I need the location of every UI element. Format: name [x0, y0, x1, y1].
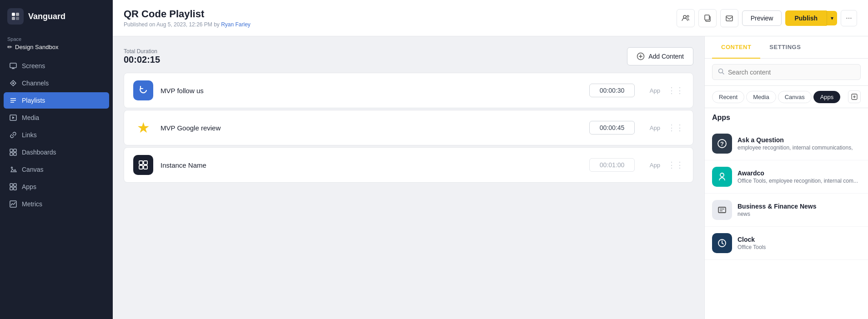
- item-1-duration[interactable]: 00:00:30: [589, 84, 635, 97]
- space-label: Space: [7, 36, 105, 42]
- item-1-name: MVP follow us: [161, 87, 582, 95]
- sidebar-item-dashboards[interactable]: Dashboards: [4, 144, 109, 160]
- svg-rect-1: [16, 13, 19, 16]
- media-label: Media: [22, 114, 39, 121]
- svg-rect-19: [10, 184, 13, 186]
- business-finance-news-tags: news: [738, 211, 861, 217]
- space-name[interactable]: ✏ Design Sandbox: [7, 44, 105, 50]
- add-content-button[interactable]: Add Content: [627, 47, 693, 65]
- item-3-name: Instance Name: [161, 161, 582, 169]
- sidebar-item-links[interactable]: Links: [4, 127, 109, 143]
- item-1-drag-handle[interactable]: ⋮⋮: [667, 85, 684, 95]
- filter-add-button[interactable]: [848, 90, 861, 103]
- app-item-clock[interactable]: Clock Office Tools: [705, 227, 868, 260]
- playlist-items: MVP follow us 00:00:30 App ⋮⋮ ★ MVP Goog…: [124, 73, 693, 184]
- sidebar-item-metrics[interactable]: Metrics: [4, 196, 109, 212]
- total-duration-label: Total Duration: [124, 48, 160, 55]
- space-icon: ✏: [7, 44, 12, 50]
- filter-tab-apps[interactable]: Apps: [813, 91, 841, 103]
- svg-point-24: [683, 15, 686, 18]
- svg-rect-22: [14, 187, 16, 190]
- playlist-item: MVP follow us 00:00:30 App ⋮⋮: [124, 73, 693, 108]
- item-3-duration[interactable]: 00:01:00: [589, 158, 635, 172]
- playlist-area: Total Duration 00:02:15 Add Content: [113, 36, 704, 319]
- app-list: ? Ask a Question employee recognition, i…: [705, 127, 868, 319]
- business-finance-news-name: Business & Finance News: [738, 203, 861, 210]
- clock-icon: [712, 233, 732, 253]
- publish-caret-button[interactable]: ▾: [827, 11, 837, 25]
- preview-button[interactable]: Preview: [742, 10, 782, 26]
- canvas-label: Canvas: [22, 166, 43, 173]
- awardco-name: Awardco: [738, 169, 861, 177]
- search-input[interactable]: [728, 69, 855, 76]
- apps-icon: [9, 183, 17, 191]
- page-title: QR Code Playlist: [124, 8, 251, 20]
- svg-rect-3: [16, 17, 19, 20]
- item-2-icon: ★: [133, 118, 153, 138]
- business-finance-news-icon: [712, 200, 732, 220]
- channels-icon: [9, 79, 17, 87]
- search-section: [705, 59, 868, 86]
- app-item-awardco[interactable]: Awardco Office Tools, employee recogniti…: [705, 160, 868, 194]
- tab-settings[interactable]: SETTINGS: [760, 36, 810, 59]
- tab-content[interactable]: CONTENT: [712, 36, 760, 59]
- item-1-icon: [133, 80, 153, 100]
- item-2-name: MVP Google review: [161, 124, 582, 132]
- sidebar-item-channels[interactable]: Channels: [4, 75, 109, 91]
- svg-rect-0: [12, 13, 15, 16]
- sidebar-item-apps[interactable]: Apps: [4, 179, 109, 195]
- right-panel: CONTENT SETTINGS Recent Media Canvas App…: [704, 36, 868, 319]
- filter-tab-media[interactable]: Media: [746, 91, 776, 103]
- svg-rect-2: [12, 17, 15, 20]
- svg-text:?: ?: [720, 140, 724, 147]
- filter-tabs-left: Recent Media Canvas Apps: [712, 91, 840, 103]
- item-1-type: App: [642, 87, 660, 94]
- svg-rect-27: [705, 15, 709, 20]
- svg-rect-44: [718, 207, 726, 213]
- author-link[interactable]: Ryan Farley: [221, 21, 251, 28]
- links-label: Links: [22, 131, 37, 139]
- copy-button[interactable]: [698, 9, 717, 27]
- clock-info: Clock Office Tools: [738, 236, 861, 250]
- app-item-business-finance-news[interactable]: Business & Finance News news: [705, 194, 868, 227]
- share-button[interactable]: [720, 9, 738, 27]
- awardco-tags: Office Tools, employee recognition, inte…: [738, 178, 861, 184]
- item-3-type: App: [642, 162, 660, 169]
- playlist-item: ★ MVP Google review 00:00:45 App ⋮⋮: [124, 110, 693, 145]
- sidebar-item-playlists[interactable]: Playlists: [4, 92, 109, 109]
- app-item-ask-a-question[interactable]: ? Ask a Question employee recognition, i…: [705, 127, 868, 160]
- svg-rect-35: [144, 165, 147, 169]
- panel-tabs: CONTENT SETTINGS: [705, 36, 868, 59]
- item-2-duration[interactable]: 00:00:45: [589, 121, 635, 135]
- space-section: Space ✏ Design Sandbox: [0, 33, 113, 56]
- playlist-header: Total Duration 00:02:15 Add Content: [124, 47, 693, 65]
- search-icon: [718, 68, 724, 76]
- sidebar-item-media[interactable]: Media: [4, 110, 109, 126]
- item-3-drag-handle[interactable]: ⋮⋮: [667, 160, 684, 170]
- playlists-icon: [9, 96, 17, 105]
- ask-a-question-info: Ask a Question employee recognition, int…: [738, 136, 861, 151]
- filter-tab-canvas[interactable]: Canvas: [778, 91, 812, 103]
- links-icon: [9, 131, 17, 139]
- svg-marker-13: [12, 116, 15, 119]
- more-options-button[interactable]: ···: [841, 10, 857, 26]
- svg-rect-14: [10, 149, 13, 152]
- filter-tab-recent[interactable]: Recent: [712, 91, 744, 103]
- screens-icon: [9, 62, 17, 70]
- sidebar-item-canvas[interactable]: Canvas: [4, 161, 109, 178]
- publish-button[interactable]: Publish: [785, 10, 827, 26]
- dashboards-icon: [9, 148, 17, 156]
- svg-point-43: [720, 173, 724, 177]
- svg-rect-33: [144, 161, 147, 164]
- search-input-wrap: [712, 64, 861, 80]
- clock-name: Clock: [738, 236, 861, 243]
- sidebar-item-screens[interactable]: Screens: [4, 58, 109, 74]
- svg-line-37: [722, 73, 724, 75]
- topbar-actions: Preview Publish ▾ ···: [677, 9, 857, 27]
- users-button[interactable]: [677, 9, 695, 27]
- publish-button-group: Publish ▾: [785, 10, 837, 26]
- item-2-drag-handle[interactable]: ⋮⋮: [667, 123, 684, 133]
- svg-rect-32: [139, 161, 143, 164]
- svg-rect-34: [139, 165, 143, 169]
- app-logo[interactable]: Vanguard: [0, 0, 113, 33]
